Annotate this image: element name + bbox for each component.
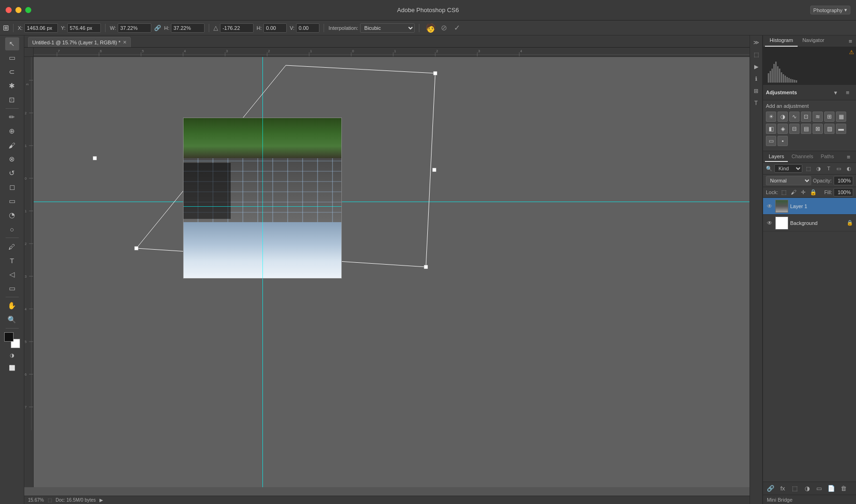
hand-tool[interactable]: ✋ bbox=[5, 299, 19, 312]
side-tool-btn2[interactable]: ▶ bbox=[751, 62, 761, 72]
adj-posterize-btn[interactable]: ▨ bbox=[824, 124, 835, 134]
layer-item-layer1[interactable]: 👁 Layer 1 bbox=[763, 198, 856, 215]
side-tool-btn4[interactable]: ⊞ bbox=[751, 86, 761, 96]
maximize-button[interactable] bbox=[25, 7, 31, 13]
divider bbox=[105, 24, 106, 32]
history-tool[interactable]: ↺ bbox=[5, 167, 19, 180]
x-input[interactable] bbox=[24, 23, 58, 33]
navigator-tab[interactable]: Navigator bbox=[798, 35, 829, 47]
adj-exposure-btn[interactable]: ⊡ bbox=[801, 112, 811, 122]
layer-filter-pixel-btn[interactable]: ⬚ bbox=[804, 164, 813, 173]
layer-filter-toggle-btn[interactable]: ◐ bbox=[845, 164, 853, 173]
adj-brightness-btn[interactable]: ☀ bbox=[766, 112, 776, 122]
pen-tool[interactable]: 🖊 bbox=[5, 240, 19, 253]
adj-channelmix-btn[interactable]: ⊟ bbox=[789, 124, 799, 134]
adj-selectcolor-btn[interactable]: ▪ bbox=[778, 136, 788, 146]
color-swatches[interactable] bbox=[4, 332, 20, 348]
lock-all-btn[interactable]: 🔒 bbox=[809, 188, 817, 196]
document-tab[interactable]: Untitled-1 @ 15.7% (Layer 1, RGB/8) * ✕ bbox=[28, 37, 131, 47]
blur-tool[interactable]: ◔ bbox=[5, 209, 19, 222]
adj-curves-btn[interactable]: ∿ bbox=[789, 112, 799, 122]
close-button[interactable] bbox=[6, 7, 12, 13]
side-tool-btn1[interactable]: ⬚ bbox=[751, 49, 761, 60]
channels-tab[interactable]: Channels bbox=[788, 152, 817, 162]
layer-filter-adjust-btn[interactable]: ◑ bbox=[814, 164, 823, 173]
panel-menu-btn[interactable]: ≡ bbox=[845, 35, 856, 47]
heal-tool[interactable]: ⊕ bbox=[5, 125, 19, 138]
layer-item-background[interactable]: 👁 Background 🔒 bbox=[763, 215, 856, 231]
layers-panel-menu-btn[interactable]: ≡ bbox=[843, 151, 854, 162]
new-layer-btn[interactable]: 📄 bbox=[827, 484, 836, 493]
side-collapse-btn[interactable]: ≫ bbox=[751, 37, 761, 48]
workspace-selector[interactable]: Photography ▾ bbox=[810, 6, 850, 14]
text-tool[interactable]: T bbox=[5, 254, 19, 267]
vskew-input[interactable] bbox=[296, 23, 319, 33]
brush-tool[interactable]: 🖌 bbox=[5, 139, 19, 152]
link-layers-btn[interactable]: 🔗 bbox=[766, 484, 775, 493]
dodge-tool[interactable]: ○ bbox=[5, 223, 19, 236]
y-input[interactable] bbox=[67, 23, 101, 33]
layers-tab[interactable]: Layers bbox=[765, 152, 788, 162]
adj-hue-btn[interactable]: ⊞ bbox=[824, 112, 835, 122]
blend-mode-select[interactable]: Normal Dissolve Multiply Screen Overlay bbox=[766, 176, 811, 185]
side-tool-btn3[interactable]: ℹ bbox=[751, 74, 761, 84]
angle-input[interactable] bbox=[220, 23, 254, 33]
add-mask-btn[interactable]: ⬚ bbox=[790, 484, 799, 493]
new-adjustment-btn[interactable]: ◑ bbox=[802, 484, 812, 493]
delete-layer-btn[interactable]: 🗑 bbox=[839, 484, 848, 493]
height-input[interactable] bbox=[171, 23, 205, 33]
side-tool-btn5[interactable]: T bbox=[751, 98, 761, 108]
adj-colorbalance-btn[interactable]: ▦ bbox=[836, 112, 846, 122]
fg-color-swatch[interactable] bbox=[4, 332, 14, 342]
lock-paint-btn[interactable]: 🖌 bbox=[789, 188, 798, 196]
adj-colorlookup-btn[interactable]: ▤ bbox=[801, 124, 811, 134]
cancel-transform-button[interactable]: ⊘ bbox=[439, 23, 449, 33]
lock-move-btn[interactable]: ✛ bbox=[799, 188, 807, 196]
canvas-container[interactable]: 7 6 5 4 3 2 1 0 1 bbox=[24, 48, 750, 496]
confirm-transform-button[interactable]: ✓ bbox=[452, 23, 462, 33]
interpolation-select[interactable]: Bicubic Bilinear Nearest Neighbor bbox=[360, 23, 415, 33]
adj-threshold-btn[interactable]: ▬ bbox=[836, 124, 846, 134]
background-visibility-btn[interactable]: 👁 bbox=[766, 219, 773, 227]
clone-tool[interactable]: ⊗ bbox=[5, 153, 19, 166]
move-tool[interactable]: ↖ bbox=[5, 37, 19, 50]
layer1-visibility-btn[interactable]: 👁 bbox=[766, 203, 773, 210]
tab-close-button[interactable]: ✕ bbox=[123, 40, 127, 45]
eyedropper-tool[interactable]: ✏ bbox=[5, 111, 19, 124]
width-input[interactable] bbox=[118, 23, 151, 33]
adj-vibrance-btn[interactable]: ≋ bbox=[813, 112, 823, 122]
histogram-tab[interactable]: Histogram bbox=[765, 35, 798, 47]
eraser-tool[interactable]: ◻ bbox=[5, 181, 19, 194]
fill-input[interactable] bbox=[834, 188, 853, 196]
lasso-tool[interactable]: ⊂ bbox=[5, 65, 19, 78]
adj-levels-btn[interactable]: ◑ bbox=[778, 112, 788, 122]
paths-tab[interactable]: Paths bbox=[817, 152, 838, 162]
adj-phofilt-btn[interactable]: ◈ bbox=[778, 124, 788, 134]
path-select-tool[interactable]: ◁ bbox=[5, 268, 19, 281]
new-group-btn[interactable]: ▭ bbox=[814, 484, 824, 493]
quick-select-tool[interactable]: ✱ bbox=[5, 79, 19, 92]
minimize-button[interactable] bbox=[15, 7, 21, 13]
shape-tool[interactable]: ▭ bbox=[5, 282, 19, 295]
adj-collapse-btn[interactable]: ▾ bbox=[830, 87, 841, 98]
layer1-name: Layer 1 bbox=[790, 203, 853, 209]
adj-menu-btn[interactable]: ≡ bbox=[842, 87, 853, 98]
layer-filter-type-btn[interactable]: T bbox=[825, 164, 833, 173]
opacity-input[interactable] bbox=[834, 176, 853, 185]
gradient-tool[interactable]: ▭ bbox=[5, 195, 19, 208]
mini-bridge-label[interactable]: Mini Bridge bbox=[767, 497, 792, 503]
lock-transparent-btn[interactable]: ⬚ bbox=[779, 188, 788, 196]
adj-invert-btn[interactable]: ⊠ bbox=[813, 124, 823, 134]
adj-gradmap-btn[interactable]: ▭ bbox=[766, 136, 776, 146]
add-style-btn[interactable]: fx bbox=[778, 484, 787, 493]
layers-kind-select[interactable]: Kind Name Effect Mode bbox=[774, 164, 802, 173]
screen-mode-btn[interactable]: ⬜ bbox=[5, 361, 19, 374]
adj-bw-btn[interactable]: ◧ bbox=[766, 124, 776, 134]
crop-tool[interactable]: ⊡ bbox=[5, 93, 19, 106]
zoom-tool[interactable]: 🔍 bbox=[5, 313, 19, 326]
quick-mask-btn[interactable]: ◑ bbox=[7, 350, 17, 360]
layer-filter-shape-btn[interactable]: ▭ bbox=[835, 164, 843, 173]
status-arrow[interactable]: ▶ bbox=[99, 497, 103, 503]
marquee-tool[interactable]: ▭ bbox=[5, 51, 19, 64]
hskew-input[interactable] bbox=[263, 23, 287, 33]
